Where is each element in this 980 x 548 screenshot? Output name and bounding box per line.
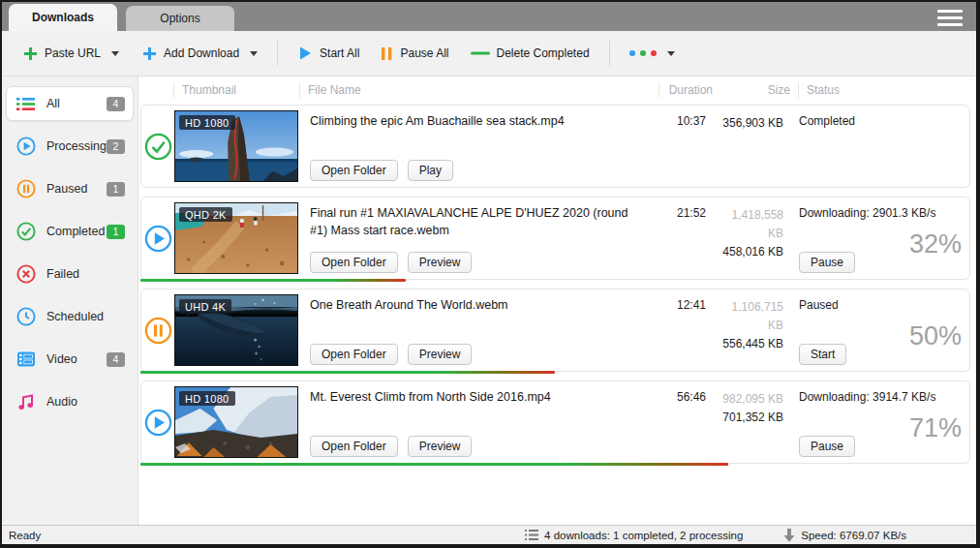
dots-icon: [629, 50, 657, 56]
plus-icon: [23, 46, 38, 61]
chevron-down-icon[interactable]: [111, 51, 119, 56]
open-folder-button[interactable]: Open Folder: [310, 436, 398, 457]
toolbar-separator: [277, 41, 278, 66]
rows-container: HD 1080 Climbing the epic Am Buachaille …: [138, 103, 976, 525]
hamburger-menu-icon[interactable]: [937, 10, 963, 26]
delete-completed-label: Delete Completed: [497, 46, 590, 60]
delete-completed-button[interactable]: Delete Completed: [463, 41, 597, 66]
downloads-list: Thumbnail File Name Duration Size Status: [138, 76, 976, 525]
download-row[interactable]: HD 1080 Mt. Everest Climb from North Sid…: [140, 381, 970, 464]
download-row[interactable]: HD 1080 Climbing the epic Am Buachaille …: [140, 105, 970, 188]
size-done: 458,016 KB: [714, 243, 783, 261]
video-thumbnail[interactable]: HD 1080: [174, 386, 298, 458]
sidebar-item-completed[interactable]: Completed 1: [6, 214, 134, 249]
quality-badge: HD 1080: [179, 115, 235, 130]
preview-button[interactable]: Preview: [408, 252, 473, 273]
status-text: Downloading: 3914.7 KB/s: [799, 390, 962, 404]
sidebar-item-failed[interactable]: Failed: [6, 257, 134, 291]
down-arrow-icon: [783, 529, 795, 542]
pause-icon: [381, 46, 393, 61]
pause-button[interactable]: Pause: [799, 252, 855, 273]
sidebar-item-audio[interactable]: Audio: [6, 384, 134, 419]
titlebar: Downloads Options: [2, 2, 976, 31]
column-header-size: Size: [720, 82, 798, 98]
state-cell: [141, 294, 174, 366]
open-folder-button[interactable]: Open Folder: [310, 252, 398, 273]
downloads-summary-text: 4 downloads: 1 completed, 2 processing: [544, 530, 743, 541]
toolbar: Paste URL Add Download Start All Pause A…: [2, 31, 976, 76]
progress-bar: [140, 279, 406, 282]
state-cell: [141, 202, 174, 274]
video-thumbnail[interactable]: HD 1080: [174, 110, 298, 182]
count-badge: 4: [107, 352, 125, 367]
clock-icon: [16, 307, 38, 326]
list-icon: [525, 529, 538, 541]
status-text: Downloading: 2901.3 KB/s: [799, 206, 962, 220]
count-badge: 1: [107, 225, 125, 239]
plus-icon: [142, 46, 157, 61]
add-download-button[interactable]: Add Download: [135, 41, 265, 67]
progress-bar: [140, 463, 728, 466]
start-button[interactable]: Start: [799, 344, 846, 365]
sidebar-item-label: Failed: [46, 267, 125, 281]
sidebar-item-label: All: [46, 97, 107, 110]
pause-all-button[interactable]: Pause All: [373, 41, 456, 67]
status-text: Completed: [799, 114, 962, 128]
sidebar-item-label: Paused: [46, 182, 107, 196]
sidebar-item-video[interactable]: Video 4: [6, 342, 134, 377]
statusbar-ready-text: Ready: [2, 530, 525, 541]
statusbar-summary: 4 downloads: 1 completed, 2 processing: [525, 529, 743, 541]
list-icon: [16, 94, 38, 113]
tab-options[interactable]: Options: [126, 6, 234, 31]
pause-circle-icon: [144, 317, 172, 345]
play-circle-icon: [144, 225, 172, 253]
sidebar-item-scheduled[interactable]: Scheduled: [6, 299, 134, 334]
paste-url-button[interactable]: Paste URL: [15, 41, 127, 67]
size-total: 1,106,715 KB: [714, 298, 783, 335]
status-text: Paused: [799, 298, 962, 312]
size-total: 356,903 KB: [714, 114, 783, 133]
count-badge: 2: [107, 139, 125, 154]
size-done: 556,445 KB: [714, 335, 783, 353]
file-name: Climbing the epic Am Buachaille sea stac…: [310, 112, 642, 130]
state-cell: [141, 110, 174, 182]
error-circle-icon: [16, 264, 38, 284]
size-done: 701,352 KB: [714, 409, 783, 427]
sidebar-item-label: Scheduled: [46, 310, 125, 323]
play-icon: [297, 46, 313, 61]
download-row[interactable]: UHD 4K One Breath Around The World.webm …: [140, 289, 970, 372]
download-row[interactable]: QHD 2K Final run #1 MAXIAVALANCHE ALPE D…: [140, 197, 970, 280]
play-button[interactable]: Play: [408, 160, 453, 181]
duration: 12:41: [652, 294, 714, 366]
pause-button[interactable]: Pause: [799, 436, 855, 457]
video-thumbnail[interactable]: UHD 4K: [174, 294, 298, 366]
sidebar-item-label: Processing: [46, 139, 107, 153]
column-header-status: Status: [798, 82, 976, 98]
preview-button[interactable]: Preview: [408, 344, 473, 365]
tab-downloads[interactable]: Downloads: [9, 4, 117, 31]
count-badge: 1: [107, 182, 125, 197]
progress-percent: 71%: [909, 413, 962, 443]
chevron-down-icon[interactable]: [250, 51, 258, 56]
status-bar: Ready 4 downloads: 1 completed, 2 proces…: [2, 525, 976, 544]
quality-badge: UHD 4K: [179, 299, 231, 314]
video-thumbnail[interactable]: QHD 2K: [174, 202, 298, 274]
play-circle-icon: [144, 409, 172, 437]
sidebar-item-paused[interactable]: Paused 1: [6, 171, 134, 206]
paste-url-label: Paste URL: [45, 46, 101, 60]
preview-button[interactable]: Preview: [408, 436, 473, 457]
open-folder-button[interactable]: Open Folder: [310, 344, 398, 365]
sidebar-item-processing[interactable]: Processing 2: [6, 129, 134, 164]
open-folder-button[interactable]: Open Folder: [310, 160, 398, 181]
add-download-label: Add Download: [164, 46, 239, 60]
sidebar-item-label: Audio: [46, 395, 125, 409]
size-total: 982,095 KB: [714, 390, 783, 409]
more-actions-button[interactable]: [622, 45, 683, 62]
column-header-file-name: File Name: [299, 82, 658, 98]
pause-all-label: Pause All: [400, 46, 448, 60]
sidebar-item-all[interactable]: All 4: [6, 86, 134, 121]
start-all-button[interactable]: Start All: [290, 40, 367, 67]
progress-percent: 32%: [909, 229, 962, 259]
toolbar-separator: [609, 41, 610, 66]
chevron-down-icon: [667, 51, 675, 56]
